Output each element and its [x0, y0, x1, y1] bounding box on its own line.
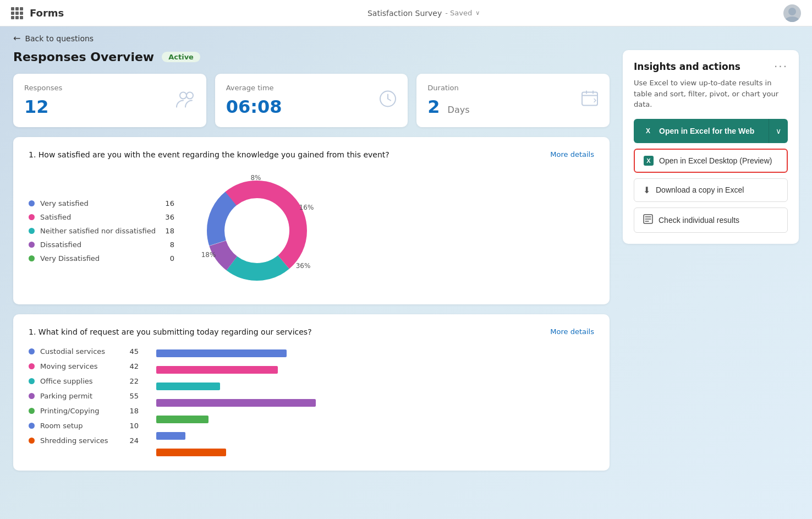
download-icon: ⬇ [643, 185, 650, 195]
legend-label: Neither satisfied nor dissatisfied [40, 227, 156, 235]
insights-more-icon[interactable]: ··· [774, 61, 788, 72]
back-nav[interactable]: ← Back to questions [0, 26, 812, 50]
question-1-chart-area: Very satisfied 16 Satisfied 36 Neither s… [29, 170, 594, 291]
question-2-legend: Custodial services 45 Moving services 42… [29, 347, 139, 457]
legend-label: Printing/Copying [40, 407, 120, 415]
stats-row: Responses 12 Average time 06:08 Duration… [13, 74, 610, 127]
legend-label: Satisfied [40, 213, 156, 221]
open-excel-desktop-button[interactable]: X Open in Excel Desktop (Preview) [634, 149, 788, 173]
title-chevron-icon[interactable]: ∨ [475, 9, 480, 17]
bar-custodial [156, 348, 594, 358]
question-2-chart-area: Custodial services 45 Moving services 42… [29, 347, 594, 457]
stat-duration-unit: Days [448, 105, 470, 115]
stat-avg-time-label: Average time [226, 84, 397, 92]
bar-legend-shredding: Shredding services 24 [29, 436, 139, 445]
legend-dot [29, 423, 35, 429]
legend-dot [29, 348, 35, 354]
stat-responses: Responses 12 [13, 74, 206, 127]
question-1-header: 1. How satisfied are you with the event … [29, 150, 594, 159]
excel-x-icon-sm: X [644, 156, 654, 166]
stat-duration-label: Duration [427, 84, 599, 92]
main-layout: Responses Overview Active Responses 12 A… [0, 50, 812, 518]
stat-avg-time-icon [378, 89, 398, 112]
saved-status: - Saved [445, 9, 472, 17]
legend-neither: Neither satisfied nor dissatisfied 18 [29, 227, 174, 235]
legend-dot [29, 408, 35, 414]
bar-legend-custodial: Custodial services 45 [29, 347, 139, 356]
legend-dot [29, 255, 35, 261]
legend-value: 24 [125, 436, 139, 445]
check-results-label: Check individual results [659, 216, 739, 225]
legend-dot [29, 393, 35, 399]
question-2-bars [156, 347, 594, 457]
svg-rect-5 [582, 92, 597, 105]
legend-value: 8 [161, 241, 174, 249]
svg-text:36%: 36% [296, 262, 311, 270]
svg-text:18%: 18% [201, 251, 216, 259]
download-copy-button[interactable]: ⬇ Download a copy in Excel [634, 178, 788, 202]
legend-dot [29, 378, 35, 384]
avatar[interactable] [783, 4, 801, 22]
question-2-header: 1. What kind of request are you submitti… [29, 327, 594, 336]
back-arrow-icon: ← [13, 33, 20, 43]
question-2-card: 1. What kind of request are you submitti… [13, 314, 610, 471]
back-label: Back to questions [25, 34, 94, 43]
stat-responses-value: 12 [24, 96, 195, 117]
legend-label: Very satisfied [40, 199, 156, 207]
excel-web-btn-group: X Open in Excel for the Web ∨ [634, 119, 788, 143]
bar-parking [156, 398, 594, 408]
bar-legend-moving: Moving services 42 [29, 362, 139, 370]
legend-label: Shredding services [40, 436, 120, 445]
legend-value: 55 [125, 392, 139, 400]
bar-legend-parking: Parking permit 55 [29, 392, 139, 400]
legend-value: 10 [125, 422, 139, 430]
insights-title: Insights and actions [634, 61, 740, 72]
question-2-more-details[interactable]: More details [550, 327, 594, 336]
legend-dot [29, 228, 35, 234]
bar-legend-printing: Printing/Copying 18 [29, 407, 139, 415]
responses-title: Responses Overview [13, 50, 154, 64]
stat-responses-icon [175, 88, 196, 113]
legend-value: 0 [161, 254, 174, 263]
legend-label: Parking permit [40, 392, 120, 400]
svg-text:16%: 16% [299, 204, 314, 211]
stat-duration-value: 2 [427, 96, 440, 117]
svg-point-2 [180, 92, 186, 99]
excel-web-dropdown-button[interactable]: ∨ [769, 119, 788, 143]
check-results-icon [643, 214, 653, 226]
stat-responses-label: Responses [24, 84, 195, 92]
legend-value: 36 [161, 213, 174, 221]
legend-value: 18 [125, 407, 139, 415]
bar-fill [156, 399, 316, 407]
donut-chart: 8% 16% 36% 18% [196, 170, 317, 291]
question-2-text: 1. What kind of request are you submitti… [29, 327, 312, 336]
download-copy-label: Download a copy in Excel [656, 185, 744, 194]
app-launcher-icon[interactable] [11, 7, 23, 19]
legend-label: Room setup [40, 422, 120, 430]
open-excel-web-button[interactable]: X Open in Excel for the Web [634, 119, 769, 143]
question-1-legend: Very satisfied 16 Satisfied 36 Neither s… [29, 199, 174, 263]
insights-card: Insights and actions ··· Use Excel to vi… [623, 50, 799, 244]
bar-fill [156, 366, 278, 374]
open-excel-web-label: Open in Excel for the Web [659, 127, 754, 135]
legend-dot [29, 438, 35, 444]
right-panel: Insights and actions ··· Use Excel to vi… [623, 50, 799, 505]
chevron-down-icon: ∨ [776, 127, 781, 135]
bar-fill [156, 349, 287, 357]
bar-fill [156, 383, 220, 390]
excel-x-icon: X [643, 125, 654, 136]
legend-label: Very Dissatisfied [40, 254, 156, 263]
app-title: Forms [30, 7, 64, 19]
legend-label: Dissatisfied [40, 241, 156, 249]
check-individual-results-button[interactable]: Check individual results [634, 207, 788, 233]
bar-fill [156, 432, 185, 440]
legend-satisfied: Satisfied 36 [29, 213, 174, 221]
question-1-more-details[interactable]: More details [550, 150, 594, 159]
bar-legend-room: Room setup 10 [29, 422, 139, 430]
doc-title-area: Satisfaction Survey - Saved ∨ [367, 9, 480, 18]
bar-fill [156, 449, 226, 456]
svg-point-1 [785, 17, 799, 22]
nav-left: Forms [11, 7, 64, 19]
insights-desc: Use Excel to view up-to-date results in … [634, 78, 788, 110]
bar-printing [156, 414, 594, 424]
